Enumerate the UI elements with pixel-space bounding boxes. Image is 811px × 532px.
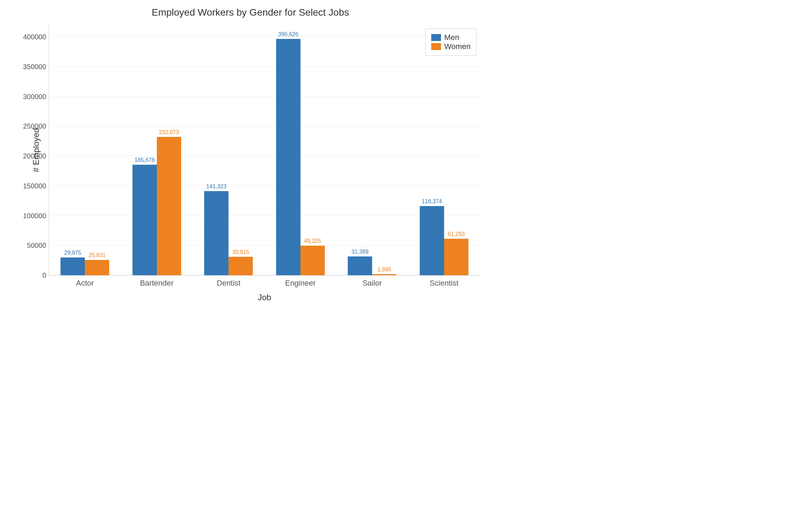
category-group: 141,32330,915Dentist [204,25,253,275]
y-tick-label: 200000 [23,152,46,160]
bar-women: 1,895 [372,274,396,275]
bar-value-label: 396,626 [278,31,298,38]
bar-men: 31,389 [348,256,372,275]
bar-value-label: 141,323 [206,183,226,190]
bar-value-label: 29,975 [64,250,81,256]
y-tick-label: 250000 [23,122,46,130]
bar-value-label: 30,915 [232,249,249,255]
x-tick-label: Bartender [140,279,174,288]
bar-value-label: 1,895 [377,267,391,273]
bar-men: 29,975 [61,257,85,275]
x-tick-label: Engineer [285,279,316,288]
y-tick-label: 100000 [23,212,46,220]
category-group: 396,62649,325Engineer [276,25,325,275]
category-group: 31,3891,895Sailor [348,25,396,275]
x-tick-label: Scientist [429,279,458,288]
legend-label-men: Men [444,33,459,42]
bar-men: 185,678 [133,165,157,275]
chart-container: Employed Workers by Gender for Select Jo… [7,7,494,320]
legend-swatch-men [431,34,441,41]
bar-women: 25,931 [85,260,109,275]
y-tick-label: 400000 [23,33,46,41]
bar-women: 49,325 [300,246,325,275]
bar-value-label: 61,293 [448,231,465,237]
bar-value-label: 25,931 [89,252,106,259]
chart-title: Employed Workers by Gender for Select Jo… [7,7,494,18]
x-axis-label: Job [258,293,271,302]
x-tick-label: Sailor [362,279,382,288]
category-group: 116,37461,293Scientist [420,25,468,275]
bar-value-label: 185,678 [135,157,155,163]
y-tick-label: 0 [42,271,46,279]
y-tick-label: 150000 [23,182,46,190]
bar-value-label: 116,374 [422,198,442,205]
bar-women: 30,915 [228,257,253,275]
bar-men: 141,323 [204,191,228,275]
y-tick-label: 50000 [27,242,46,249]
plot-area: # Employed Job 0500001000001500002000002… [49,25,480,276]
category-group: 185,678232,073Bartender [133,25,181,275]
bar-women: 61,293 [444,239,468,275]
bar-men: 116,374 [420,206,444,275]
bar-value-label: 232,073 [159,129,179,136]
x-tick-label: Dentist [217,279,240,288]
bar-value-label: 49,325 [304,238,321,244]
legend-swatch-women [431,43,441,50]
category-group: 29,97525,931Actor [61,25,109,275]
legend: Men Women [425,28,476,56]
bar-women: 232,073 [157,137,181,275]
legend-label-women: Women [444,42,471,51]
bar-men: 396,626 [276,39,300,275]
bar-value-label: 31,389 [352,249,369,255]
legend-item-women: Women [431,42,471,51]
y-axis-label: # Employed [31,128,41,172]
y-tick-label: 350000 [23,63,46,71]
legend-item-men: Men [431,33,471,42]
y-tick-label: 300000 [23,92,46,100]
x-tick-label: Actor [76,279,94,288]
